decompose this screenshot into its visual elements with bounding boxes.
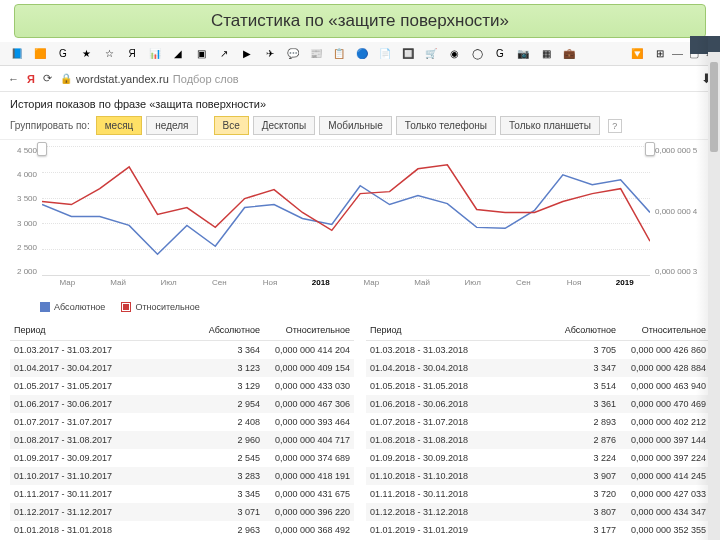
bookmark-icon[interactable]: 📋: [328, 45, 350, 63]
bookmark-icon[interactable]: ↗: [213, 45, 235, 63]
bookmark-icon[interactable]: Я: [121, 45, 143, 63]
cell-rel: 0,000 000 433 030: [260, 381, 350, 391]
table-row: 01.06.2017 - 30.06.20172 9540,000 000 46…: [10, 395, 354, 413]
table-header: Период Абсолютное Относительное: [366, 320, 710, 341]
x-tick: 2019: [599, 278, 650, 296]
minimize-button[interactable]: —: [672, 47, 683, 60]
table-row: 01.01.2019 - 31.01.20193 1770,000 000 35…: [366, 521, 710, 539]
bookmark-icon[interactable]: 📰: [305, 45, 327, 63]
cell-abs: 3 807: [564, 507, 616, 517]
cell-abs: 3 123: [208, 363, 260, 373]
bookmark-icon[interactable]: ★: [75, 45, 97, 63]
cell-period: 01.05.2017 - 31.05.2017: [14, 381, 208, 391]
cell-period: 01.12.2018 - 31.12.2018: [370, 507, 564, 517]
filter-all-toggle[interactable]: Все: [214, 116, 249, 135]
range-slider-right[interactable]: [645, 142, 655, 156]
bookmark-overflow-icon[interactable]: 🔽: [626, 45, 648, 63]
table-row: 01.05.2017 - 31.05.20173 1290,000 000 43…: [10, 377, 354, 395]
bookmark-icon[interactable]: G: [489, 45, 511, 63]
cell-rel: 0,000 000 470 469: [616, 399, 706, 409]
chart-plot[interactable]: [42, 146, 650, 276]
bookmark-icon[interactable]: 🟧: [29, 45, 51, 63]
cell-abs: 3 347: [564, 363, 616, 373]
shadow: [696, 36, 708, 540]
legend-absolute[interactable]: Абсолютное: [40, 302, 105, 312]
bookmark-icon[interactable]: G: [52, 45, 74, 63]
col-abs: Абсолютное: [208, 325, 260, 335]
table-right: Период Абсолютное Относительное 01.03.20…: [366, 320, 710, 539]
address-bar: ← Я ⟳ 🔒 wordstat.yandex.ru Подбор слов ⬇: [0, 66, 720, 92]
cell-abs: 3 720: [564, 489, 616, 499]
chart: 4 500 4 000 3 500 3 000 2 500 2 000 0,00…: [10, 146, 710, 296]
cell-rel: 0,000 000 427 033: [616, 489, 706, 499]
cell-abs: 2 893: [564, 417, 616, 427]
cell-period: 01.08.2018 - 31.08.2018: [370, 435, 564, 445]
bookmark-icon[interactable]: 📊: [144, 45, 166, 63]
bookmark-icon[interactable]: ▣: [190, 45, 212, 63]
bookmark-icon[interactable]: 📘: [6, 45, 28, 63]
filter-mobile-toggle[interactable]: Мобильные: [319, 116, 392, 135]
legend-relative[interactable]: Относительное: [121, 302, 199, 312]
reload-icon[interactable]: ⟳: [43, 72, 52, 85]
table-left: Период Абсолютное Относительное 01.03.20…: [10, 320, 354, 539]
bookmark-icon[interactable]: ◯: [466, 45, 488, 63]
x-axis: Мар Май Июл Сен Ноя 2018 Мар Май Июл Сен…: [42, 278, 650, 296]
bookmark-icon[interactable]: 🔵: [351, 45, 373, 63]
cell-abs: 3 907: [564, 471, 616, 481]
yandex-icon[interactable]: Я: [27, 73, 35, 85]
x-tick: Сен: [498, 278, 549, 296]
filter-desktop-toggle[interactable]: Десктопы: [253, 116, 315, 135]
cell-rel: 0,000 000 463 940: [616, 381, 706, 391]
table-row: 01.03.2018 - 31.03.20183 7050,000 000 42…: [366, 341, 710, 359]
table-header: Период Абсолютное Относительное: [10, 320, 354, 341]
bookmark-icon[interactable]: ☆: [98, 45, 120, 63]
scrollbar[interactable]: [708, 52, 720, 540]
group-week-toggle[interactable]: неделя: [146, 116, 197, 135]
x-tick: Ноя: [245, 278, 296, 296]
cell-period: 01.08.2017 - 31.08.2017: [14, 435, 208, 445]
cell-period: 01.09.2018 - 30.09.2018: [370, 453, 564, 463]
bookmark-icon[interactable]: 💬: [282, 45, 304, 63]
filter-phones-toggle[interactable]: Только телефоны: [396, 116, 496, 135]
scroll-thumb[interactable]: [710, 62, 718, 152]
extensions-icon[interactable]: ⊞: [649, 45, 671, 63]
range-slider-left[interactable]: [37, 142, 47, 156]
table-row: 01.11.2018 - 30.11.20183 7200,000 000 42…: [366, 485, 710, 503]
col-rel: Относительное: [616, 325, 706, 335]
cell-rel: 0,000 000 368 492: [260, 525, 350, 535]
x-tick: Май: [397, 278, 448, 296]
cell-period: 01.07.2018 - 31.07.2018: [370, 417, 564, 427]
y-tick: 3 500: [10, 194, 37, 203]
cell-abs: 3 364: [208, 345, 260, 355]
x-tick: Мар: [42, 278, 93, 296]
x-tick: Сен: [194, 278, 245, 296]
cell-period: 01.11.2018 - 30.11.2018: [370, 489, 564, 499]
table-row: 01.08.2018 - 31.08.20182 8760,000 000 39…: [366, 431, 710, 449]
group-month-toggle[interactable]: месяц: [96, 116, 143, 135]
table-row: 01.09.2018 - 30.09.20183 2240,000 000 39…: [366, 449, 710, 467]
bookmark-icon[interactable]: ◢: [167, 45, 189, 63]
cell-rel: 0,000 000 397 144: [616, 435, 706, 445]
y-tick: 4 500: [10, 146, 37, 155]
bookmark-icon[interactable]: ▦: [535, 45, 557, 63]
help-icon[interactable]: ?: [608, 119, 622, 133]
legend-swatch-icon: [121, 302, 131, 312]
bookmark-icon[interactable]: 📄: [374, 45, 396, 63]
cell-rel: 0,000 000 409 154: [260, 363, 350, 373]
bookmark-icon[interactable]: ▶: [236, 45, 258, 63]
col-period: Период: [14, 325, 208, 335]
x-tick: Май: [93, 278, 144, 296]
bookmark-icon[interactable]: ◉: [443, 45, 465, 63]
cell-period: 01.06.2017 - 30.06.2017: [14, 399, 208, 409]
url-field[interactable]: 🔒 wordstat.yandex.ru Подбор слов: [60, 73, 693, 85]
table-row: 01.10.2017 - 31.10.20173 2830,000 000 41…: [10, 467, 354, 485]
bookmark-icon[interactable]: 🔲: [397, 45, 419, 63]
bookmark-icon[interactable]: ✈: [259, 45, 281, 63]
filter-tablets-toggle[interactable]: Только планшеты: [500, 116, 600, 135]
bookmark-icon[interactable]: 💼: [558, 45, 580, 63]
table-row: 01.06.2018 - 30.06.20183 3610,000 000 47…: [366, 395, 710, 413]
bookmark-icon[interactable]: 🛒: [420, 45, 442, 63]
cell-rel: 0,000 000 414 204: [260, 345, 350, 355]
back-button[interactable]: ←: [8, 73, 19, 85]
bookmark-icon[interactable]: 📷: [512, 45, 534, 63]
